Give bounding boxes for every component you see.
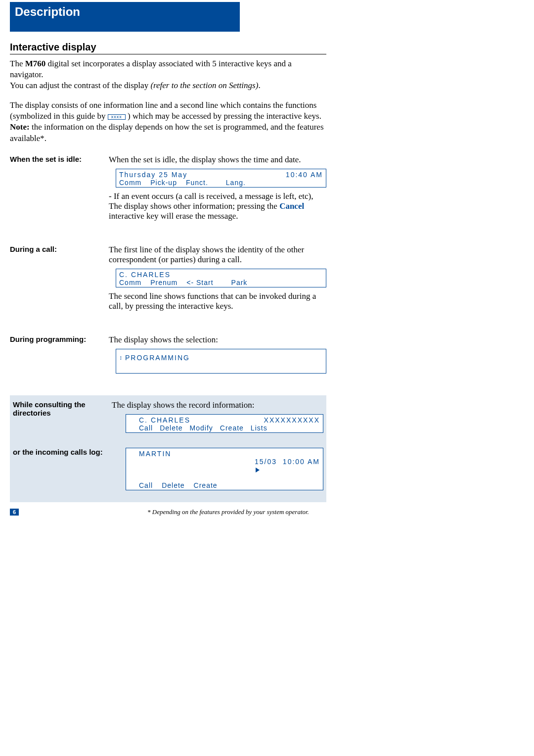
lcd-idle: Thursday 25 May 10:40 AM Comm Pick-up Fu… xyxy=(116,169,326,188)
lcd-log-name: MARTIN xyxy=(139,450,171,481)
call-after: The second line shows functions that can… xyxy=(109,291,326,311)
tab-title: Description xyxy=(15,5,80,18)
softkey-lists: Lists xyxy=(251,424,267,432)
softkey-delete: Delete xyxy=(160,424,182,432)
softkey-park: Park xyxy=(231,279,248,286)
highlight-group: While consulting the directories The dis… xyxy=(10,395,326,502)
idle-desc: When the set is idle, the display shows … xyxy=(109,155,326,165)
softkey-comm: Comm xyxy=(119,179,141,187)
section-tab: Description xyxy=(10,2,240,32)
settings-reference: (refer to the section on Settings) xyxy=(150,81,258,90)
idle-after: - If an event occurs (a call is received… xyxy=(109,191,326,221)
lcd-dir-name: C. CHARLES xyxy=(139,416,190,424)
intro-paragraph-2: The display consists of one information … xyxy=(10,100,326,143)
lcd-call-log: MARTIN 15/03 10:00 AM Call Delete Create xyxy=(126,448,323,490)
footnote: * Depending on the features provided by … xyxy=(147,508,309,516)
softkey-comm: Comm xyxy=(119,279,141,286)
softkey-pickup: Pick-up xyxy=(150,179,177,187)
intro-paragraph-1: The M760 digital set incorporates a disp… xyxy=(10,58,326,91)
softkey-modify: Modify xyxy=(190,424,213,432)
softkey-create: Create xyxy=(220,424,244,432)
lcd-log-date: 15/03 xyxy=(255,458,277,466)
lcd-programming-text: PROGRAMMING xyxy=(125,354,190,362)
note-label: Note: xyxy=(10,122,30,132)
softkey-lang: Lang. xyxy=(226,179,246,187)
softkey-delete: Delete xyxy=(162,481,184,489)
cancel-keyword: Cancel xyxy=(279,201,304,211)
softkey-funct: Funct. xyxy=(186,179,208,187)
lcd-programming: ↕ PROGRAMMING xyxy=(116,349,326,374)
log-label: or the incoming calls log: xyxy=(13,448,136,456)
prog-label: During programming: xyxy=(10,335,109,343)
call-label: During a call: xyxy=(10,245,109,253)
lcd-dir-number: XXXXXXXXXX xyxy=(264,416,320,424)
softkey-symbol: xxxx xyxy=(108,114,126,120)
updown-icon: ↕ xyxy=(119,354,123,361)
idle-label: When the set is idle: xyxy=(10,155,109,163)
lcd-log-time: 10:00 AM xyxy=(283,458,320,466)
model-name: M760 xyxy=(25,59,46,68)
lcd-time: 10:40 AM xyxy=(286,171,323,179)
section-title: Interactive display xyxy=(10,42,326,54)
lcd-date: Thursday 25 May xyxy=(119,171,187,179)
prog-desc: The display shows the selection: xyxy=(109,335,326,345)
arrow-right-icon xyxy=(256,468,260,472)
lcd-call: C. CHARLES Comm Prenum <- Start Park xyxy=(116,269,326,287)
softkey-call: Call xyxy=(139,481,153,489)
softkey-create: Create xyxy=(194,481,218,489)
dir-label: While consulting the directories xyxy=(13,400,112,417)
page-number: 6 xyxy=(10,509,19,516)
lcd-directory: C. CHARLES XXXXXXXXXX Call Delete Modify… xyxy=(126,414,323,433)
softkey-call: Call xyxy=(139,424,153,432)
call-desc: The first line of the display shows the … xyxy=(109,245,326,265)
softkey-start: <- Start xyxy=(186,279,213,286)
softkey-prenum: Prenum xyxy=(150,279,178,286)
dir-desc: The display shows the record information… xyxy=(112,400,323,410)
lcd-caller-name: C. CHARLES xyxy=(119,271,171,279)
